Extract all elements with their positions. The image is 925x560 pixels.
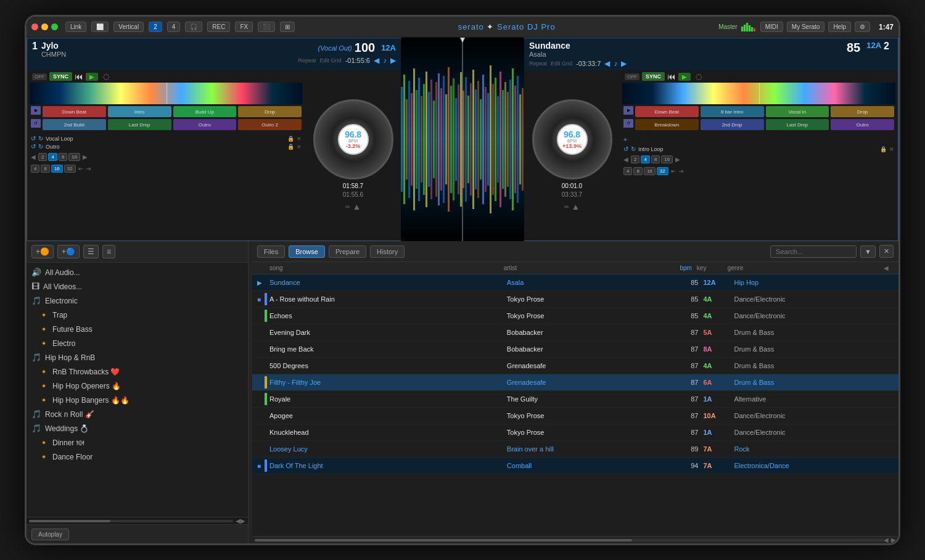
sidebar-item-hiphop[interactable]: 🎵 Hip Hop & RnB — [27, 350, 248, 364]
deck-1-pad-lastdrop[interactable]: Last Drop — [108, 119, 171, 130]
minimize-button[interactable] — [41, 23, 48, 30]
tracklist-scroll-thumb[interactable] — [255, 539, 632, 541]
sidebar-scroll-thumb[interactable] — [29, 520, 110, 522]
track-row-apogee[interactable]: Apogee Tokyo Prose 87 10A Dance/Electron… — [252, 408, 898, 424]
deck-2-sync-button[interactable]: SYNC — [642, 72, 665, 81]
deck-1-beat-4b[interactable]: 4 — [31, 165, 39, 173]
deck-1-nudge-back[interactable]: ⇤ — [78, 165, 83, 172]
deck-1-pad-play-1[interactable]: ▶ — [31, 106, 41, 115]
deck-2-tempo-knob[interactable]: ◌ — [696, 72, 702, 81]
deck-1-loop-2-close[interactable]: ✕ — [297, 144, 302, 150]
deck-2-beat-32[interactable]: 32 — [657, 167, 668, 175]
scroll-left-arrow[interactable]: ◀ — [884, 537, 889, 543]
deck-2-pad-8barintro[interactable]: 8 bar Intro — [701, 106, 764, 117]
deck-1-pad-buildup[interactable]: Build Up — [173, 106, 237, 117]
channel-count-button[interactable]: 4 — [167, 22, 181, 32]
deck-2-play-button[interactable]: ▶ — [678, 73, 691, 81]
deck-1-back-icon[interactable]: ◀ — [31, 154, 36, 160]
files-tab[interactable]: Files — [257, 245, 285, 258]
deck-2-pad-breakdown[interactable]: Breakdown — [635, 119, 699, 130]
deck-1-tempo-knob[interactable]: ◌ — [103, 72, 109, 81]
my-serato-button[interactable]: My Serato — [787, 22, 825, 32]
prepare-tab[interactable]: Prepare — [329, 245, 366, 258]
deck-2-add-loop[interactable]: + — [623, 135, 894, 144]
deck-1-beat-16[interactable]: 16 — [68, 153, 80, 161]
deck-2-beat-4[interactable]: 4 — [641, 155, 649, 163]
track-row-loosey-lucy[interactable]: Loosey Lucy Brain over a hill 89 7A Rock — [252, 441, 898, 458]
sidebar-item-hiphop-bangers[interactable]: 🔸 Hip Hop Bangers 🔥🔥 — [27, 393, 248, 407]
track-row-rose[interactable]: ■ A - Rose without Rain Tokyo Prose 85 4… — [252, 291, 898, 308]
deck-2-nudge-forward[interactable]: ⇥ — [678, 168, 683, 175]
autoplay-button[interactable]: Autoplay — [31, 529, 69, 540]
deck-2-beat-16[interactable]: 16 — [661, 155, 673, 163]
deck-2-edit-grid[interactable]: Edit Grid — [551, 60, 572, 67]
deck-1-loop-2-lock[interactable]: 🔒 — [287, 144, 294, 150]
rec-button[interactable]: REC — [207, 22, 230, 32]
deck-2-repeat[interactable]: Repeat — [529, 60, 547, 67]
track-row-echoes[interactable]: Echoes Tokyo Prose 85 4A Dance/Electroni… — [252, 308, 898, 324]
tracklist-scrollbar[interactable]: ◀ ▶ — [252, 536, 898, 543]
search-input[interactable] — [770, 245, 857, 258]
deck-1-beat-2[interactable]: 2 — [38, 153, 47, 161]
deck-1-pad-outro[interactable]: Outro — [173, 119, 237, 130]
deck-1-edit-icon[interactable]: ✏ — [345, 204, 350, 210]
deck-2-prev-track[interactable]: ⏮ — [667, 72, 676, 81]
deck-2-pad-2nddrop[interactable]: 2nd Drop — [701, 119, 764, 130]
track-row-500degrees[interactable]: 500 Degrees Grenadesafe 87 4A Drum & Bas… — [252, 358, 898, 374]
deck-1-pad-outro2[interactable]: Outro 2 — [238, 119, 302, 130]
deck-2-loop-1-close[interactable]: ✕ — [889, 146, 894, 152]
sidebar-item-hiphop-openers[interactable]: 🔸 Hip Hop Openers 🔥 — [27, 379, 248, 393]
deck-1-beat-32[interactable]: 32 — [64, 165, 76, 173]
link-button[interactable]: Link — [65, 22, 86, 32]
deck-1-beat-8b[interactable]: 8 — [41, 165, 49, 173]
sidebar-item-electronic[interactable]: 🎵 Electronic — [27, 294, 248, 308]
deck-1-prev-track[interactable]: ⏮ — [75, 72, 83, 81]
sidebar-item-rnb[interactable]: 🔸 RnB Throwbacks ❤️ — [27, 364, 248, 379]
fx-button[interactable]: FX — [235, 22, 253, 32]
bpm-header[interactable]: bpm — [660, 265, 697, 271]
detail-view-button[interactable]: ≡ — [102, 245, 115, 258]
history-tab[interactable]: History — [370, 245, 405, 258]
deck-1-music-icon[interactable]: ♪ — [383, 56, 387, 65]
add-smart-crate-button[interactable]: +🔵 — [57, 245, 80, 258]
deck-1-sync-button[interactable]: SYNC — [49, 72, 72, 81]
deck-2-pitch-slider[interactable]: ▲ — [572, 202, 580, 212]
track-row-knucklehead[interactable]: Knucklehead Tokyo Prose 87 1A Dance/Elec… — [252, 424, 898, 441]
search-options-button[interactable]: ▼ — [860, 245, 876, 258]
settings-button[interactable]: ⚙ — [855, 22, 870, 32]
deck-1-pad-drop[interactable]: Drop — [238, 106, 302, 117]
deck-2-forward-icon[interactable]: ▶ — [675, 156, 680, 163]
track-row-evening-dark[interactable]: Evening Dark Bobabacker 87 5A Drum & Bas… — [252, 324, 898, 341]
deck-1-edit-grid[interactable]: Edit Grid — [320, 57, 342, 64]
scroll-right-arrow[interactable]: ▶ — [891, 537, 896, 543]
song-header[interactable]: song — [269, 265, 504, 271]
deck-1-pitch-slider[interactable]: ▲ — [353, 202, 361, 212]
sidebar-item-electro[interactable]: 🔸 Electro — [27, 336, 248, 350]
deck-count-button[interactable]: 2 — [149, 22, 162, 32]
track-row-dark-of-light[interactable]: ■ Dark Of The Light Comball 94 7A Electr… — [252, 458, 898, 474]
sidebar-item-future-bass[interactable]: 🔸 Future Bass — [27, 322, 248, 336]
close-button[interactable] — [31, 23, 38, 30]
sidebar-scrollbar[interactable]: ◀ ▶ — [27, 517, 248, 524]
collapse-col[interactable]: ◀ — [884, 265, 894, 271]
deck-2-pad-play-1[interactable]: ▶ — [623, 106, 633, 115]
deck-2-pad-outro[interactable]: Outro — [831, 119, 894, 130]
vertical-button[interactable]: Vertical — [113, 22, 144, 32]
deck-2-beat-8[interactable]: 8 — [651, 155, 660, 163]
deck-1-repeat[interactable]: Repeat — [298, 57, 316, 64]
grid-button[interactable]: ⊞ — [280, 22, 295, 32]
sidebar-scroll-left[interactable]: ◀ — [236, 517, 240, 524]
deck-1-beat-16b[interactable]: 16 — [51, 165, 63, 173]
deck-1-loop-1-lock[interactable]: 🔒 — [287, 136, 294, 142]
track-row-filthy[interactable]: Filthy - Filthy Joe Grenadesafe 87 6A Dr… — [252, 374, 898, 391]
deck-2-pad-vocalin[interactable]: Vocal In — [766, 106, 829, 117]
deck-1-beat-8[interactable]: 8 — [59, 153, 67, 161]
track-row-royale[interactable]: Royale The Guilty 87 1A Alternative — [252, 391, 898, 408]
deck-1-pad-2ndbuild[interactable]: 2nd Build — [43, 119, 106, 130]
genre-header[interactable]: genre — [728, 265, 884, 271]
deck-2-beat-2[interactable]: 2 — [631, 155, 639, 163]
deck-2-loop-1-lock[interactable]: 🔒 — [880, 146, 887, 152]
deck-1-loop-1-label[interactable]: Vocal Loop — [46, 136, 285, 142]
key-header[interactable]: key — [697, 265, 728, 271]
deck-2-back-icon[interactable]: ◀ — [623, 156, 628, 163]
